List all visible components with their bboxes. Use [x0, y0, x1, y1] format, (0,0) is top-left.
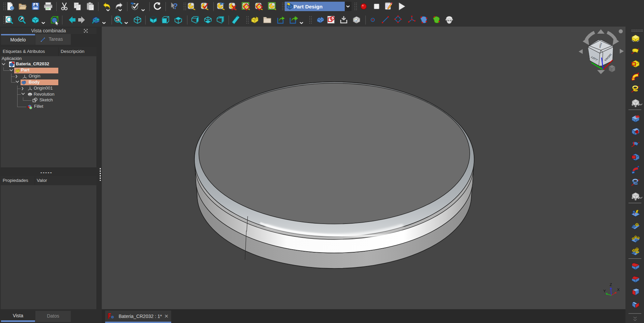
svg-text:Z: Z — [610, 283, 612, 287]
svg-text:Part Design: Part Design — [294, 4, 323, 9]
svg-text:Y: Y — [603, 289, 606, 293]
svg-text:X: X — [617, 288, 620, 292]
